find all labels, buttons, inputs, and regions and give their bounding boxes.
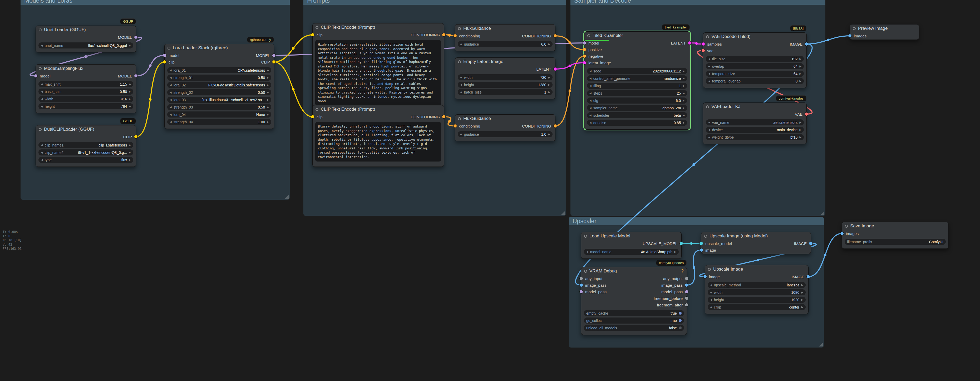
increment-arrow-icon[interactable]: ▶	[682, 121, 685, 124]
increment-arrow-icon[interactable]: ▶	[682, 99, 685, 102]
widget-clip_name1[interactable]: ◀clip_name1clip_l.safetensors▶	[38, 142, 133, 148]
decrement-arrow-icon[interactable]: ◀	[589, 114, 592, 117]
node-title-bar[interactable]: ModelSamplingFlux	[36, 65, 136, 72]
decrement-arrow-icon[interactable]: ◀	[589, 84, 592, 87]
decrement-arrow-icon[interactable]: ◀	[708, 80, 710, 83]
node-upscale-image[interactable]: Upscale ImageimageIMAGE◀upscale_methodla…	[705, 265, 808, 314]
node-flux-guidance-neg[interactable]: FluxGuidanceconditioningCONDITIONING◀gui…	[455, 114, 555, 141]
decrement-arrow-icon[interactable]: ◀	[589, 99, 592, 102]
decrement-arrow-icon[interactable]: ◀	[710, 291, 712, 294]
input-slot-clip[interactable]	[311, 33, 314, 37]
decrement-arrow-icon[interactable]: ◀	[589, 107, 592, 109]
increment-arrow-icon[interactable]: ▶	[548, 133, 550, 136]
increment-arrow-icon[interactable]: ▶	[799, 136, 802, 139]
widget-clip_name2[interactable]: ◀clip_name2t5-v1_1-xxl-encoder-Q8_0.g...…	[38, 150, 133, 155]
collapse-dot-icon[interactable]	[315, 108, 318, 111]
decrement-arrow-icon[interactable]: ◀	[41, 105, 43, 108]
collapse-dot-icon[interactable]	[458, 61, 461, 63]
decrement-arrow-icon[interactable]: ◀	[41, 98, 43, 100]
widget-type[interactable]: ◀typeflux▶	[38, 157, 133, 163]
decrement-arrow-icon[interactable]: ◀	[460, 133, 462, 136]
decrement-arrow-icon[interactable]: ◀	[41, 144, 43, 147]
increment-arrow-icon[interactable]: ▶	[129, 98, 131, 100]
widget-height[interactable]: ◀height784▶	[38, 103, 133, 109]
increment-arrow-icon[interactable]: ▶	[682, 114, 685, 117]
decrement-arrow-icon[interactable]: ◀	[170, 69, 172, 72]
output-slot-image_pass[interactable]	[685, 284, 688, 287]
decrement-arrow-icon[interactable]: ◀	[589, 92, 592, 95]
output-slot-LATENT[interactable]	[554, 67, 557, 71]
decrement-arrow-icon[interactable]: ◀	[589, 77, 592, 80]
increment-arrow-icon[interactable]: ▶	[799, 80, 802, 83]
increment-arrow-icon[interactable]: ▶	[801, 306, 803, 309]
increment-arrow-icon[interactable]: ▶	[799, 121, 802, 124]
output-slot-UPSCALE_MODEL[interactable]	[680, 242, 683, 245]
node-title-bar[interactable]: Upscale Image	[705, 265, 808, 273]
decrement-arrow-icon[interactable]: ◀	[170, 77, 172, 79]
increment-arrow-icon[interactable]: ▶	[548, 43, 550, 46]
increment-arrow-icon[interactable]: ▶	[548, 76, 550, 79]
output-slot-VAE[interactable]	[805, 113, 808, 116]
widget-strength_01[interactable]: ◀strength_010.50▶	[167, 75, 271, 81]
widget-overlap[interactable]: ◀overlap64▶	[706, 63, 804, 69]
widget-height[interactable]: ◀height1280▶	[458, 82, 552, 88]
output-slot-IMAGE[interactable]	[805, 42, 808, 46]
widget-crop[interactable]: ◀cropcenter▶	[708, 304, 806, 310]
output-slot-MODEL[interactable]	[134, 35, 137, 39]
node-title-bar[interactable]: Load Upscale Model	[581, 232, 681, 240]
widget-strength_03[interactable]: ◀strength_030.50▶	[167, 104, 271, 110]
widget-control_after_generate[interactable]: ◀control_after_generaterandomize▶	[587, 75, 687, 81]
widget-strength_02[interactable]: ◀strength_020.50▶	[167, 89, 271, 96]
collapse-dot-icon[interactable]	[315, 26, 318, 29]
output-slot-any_output[interactable]	[685, 277, 688, 280]
widget-cfg[interactable]: ◀cfg6.0▶	[587, 97, 687, 104]
increment-arrow-icon[interactable]: ▶	[267, 77, 269, 79]
decrement-arrow-icon[interactable]: ◀	[708, 58, 710, 61]
input-slot-image[interactable]	[700, 249, 703, 252]
increment-arrow-icon[interactable]: ▶	[548, 83, 550, 86]
widget-guidance[interactable]: ◀guidance6.0▶	[458, 41, 552, 47]
node-title-bar[interactable]: VRAM Debug?	[581, 267, 687, 275]
toggle-indicator[interactable]	[679, 327, 682, 329]
output-slot-CONDITIONING[interactable]	[554, 124, 557, 128]
collapse-dot-icon[interactable]	[704, 235, 707, 238]
prompt-textarea[interactable]: High-resolution semi-realistic illustrat…	[315, 40, 441, 106]
collapse-dot-icon[interactable]	[458, 27, 461, 30]
increment-arrow-icon[interactable]: ▶	[267, 113, 269, 116]
increment-arrow-icon[interactable]: ▶	[801, 291, 803, 294]
node-upscale-with-model[interactable]: Upscale Image (using Model)upscale_model…	[701, 232, 811, 254]
decrement-arrow-icon[interactable]: ◀	[41, 44, 43, 47]
widget-width[interactable]: ◀width1080▶	[708, 289, 806, 295]
input-slot-conditioning[interactable]	[453, 124, 457, 128]
collapse-dot-icon[interactable]	[708, 268, 711, 271]
input-slot-vae[interactable]	[702, 49, 705, 52]
node-preview-image[interactable]: Preview Imageimages	[850, 24, 919, 40]
input-slot-images[interactable]	[848, 34, 851, 37]
increment-arrow-icon[interactable]: ▶	[799, 129, 802, 131]
node-tiled-ksampler[interactable]: tiled_ksamplerTiled KSamplermodelLATENTp…	[584, 31, 690, 130]
input-slot-images[interactable]	[840, 232, 843, 235]
increment-arrow-icon[interactable]: ▶	[129, 159, 131, 161]
output-slot-CLIP[interactable]	[272, 61, 275, 64]
node-dual-clip-loader[interactable]: GGUFDualCLIPLoader (GGUF)CLIP◀clip_name1…	[35, 125, 136, 167]
input-slot-conditioning[interactable]	[453, 34, 457, 37]
node-title-bar[interactable]: Tiled KSampler	[584, 32, 690, 40]
node-title-bar[interactable]: Lora Loader Stack (rgthree)	[165, 44, 274, 52]
increment-arrow-icon[interactable]: ▶	[799, 58, 802, 61]
node-clip-encode-pos[interactable]: CLIP Text Encode (Prompt)clipCONDITIONIN…	[312, 23, 444, 111]
decrement-arrow-icon[interactable]: ◀	[708, 65, 710, 68]
output-slot-MODEL[interactable]	[272, 54, 275, 57]
decrement-arrow-icon[interactable]: ◀	[708, 72, 710, 75]
toggle-indicator[interactable]	[679, 319, 682, 322]
increment-arrow-icon[interactable]: ▶	[682, 84, 685, 87]
increment-arrow-icon[interactable]: ▶	[682, 77, 685, 80]
widget-guidance[interactable]: ◀guidance1.0▶	[458, 131, 552, 137]
increment-arrow-icon[interactable]: ▶	[801, 284, 803, 286]
input-slot-clip[interactable]	[311, 115, 314, 118]
input-slot-model_pass[interactable]	[580, 290, 583, 293]
decrement-arrow-icon[interactable]: ◀	[41, 159, 43, 161]
input-slot-positive[interactable]	[583, 48, 586, 51]
node-title-bar[interactable]: VAELoader KJ	[703, 103, 807, 111]
increment-arrow-icon[interactable]: ▶	[799, 65, 802, 68]
input-slot-model[interactable]	[163, 54, 166, 57]
